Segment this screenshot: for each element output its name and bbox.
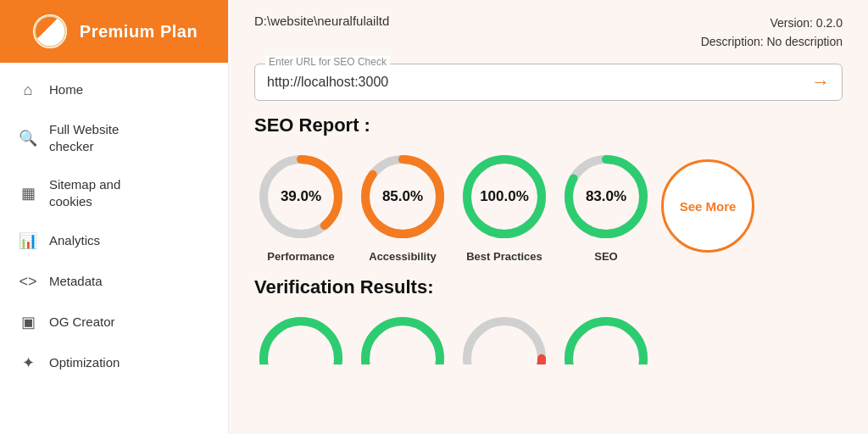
sidebar-item-label-sitemap-cookies: Sitemap and cookies [49,176,120,209]
url-field-label: Enter URL for SEO Check [265,56,390,68]
seo-gauges-row: 39.0%Performance85.0%Accessibility100.0%… [254,150,843,263]
url-submit-button[interactable]: → [811,71,830,93]
svg-point-9 [264,321,338,364]
file-path: D:\website\neuralfulailtd [254,14,389,28]
url-input[interactable] [255,64,842,100]
donut-accessibility: 85.0% [356,150,449,243]
sidebar-item-full-website-checker[interactable]: 🔍Full Website checker [0,110,228,165]
sidebar-item-metadata[interactable]: <>Metadata [0,261,228,302]
url-field-wrapper: Enter URL for SEO Check → [254,64,843,101]
gauge-best-practices: 100.0%Best Practices [458,150,551,263]
version-info: Version: 0.2.0 Description: No descripti… [701,14,843,52]
optimization-icon: ✦ [19,353,37,372]
donut-seo: 83.0% [559,150,653,243]
sidebar-item-label-home: Home [49,81,83,98]
svg-point-12 [467,321,542,364]
sidebar-header: Premium Plan [0,0,228,63]
sidebar-item-home[interactable]: ⌂Home [0,70,228,110]
full-website-checker-icon: 🔍 [19,129,37,147]
sidebar-item-label-full-website-checker: Full Website checker [49,121,119,154]
verification-title: Verification Results: [254,276,843,298]
verif-gauge-1 [356,312,449,364]
plan-label: Premium Plan [80,22,198,42]
donut-value-accessibility: 85.0% [382,188,423,205]
svg-point-15 [569,321,643,364]
sidebar-item-analytics[interactable]: 📊Analytics [0,220,228,261]
gauge-label-accessibility: Accessibility [369,250,437,263]
main-content: D:\website\neuralfulailtd Version: 0.2.0… [229,0,868,434]
see-more-button[interactable]: See More [661,159,754,253]
sidebar-nav: ⌂Home🔍Full Website checker▦Sitemap and c… [0,63,228,434]
verif-gauge-2 [458,312,551,364]
og-creator-icon: ▣ [19,313,37,331]
donut-best-practices: 100.0% [458,150,551,243]
metadata-icon: <> [19,272,37,291]
sitemap-cookies-icon: ▦ [19,184,37,203]
sidebar-item-og-creator[interactable]: ▣OG Creator [0,302,228,342]
analytics-icon: 📊 [19,231,37,250]
url-section: Enter URL for SEO Check → [229,60,868,114]
donut-value-seo: 83.0% [586,188,626,205]
verif-gauge-0 [254,312,348,364]
sidebar-item-label-analytics: Analytics [49,232,100,249]
donut-value-performance: 39.0% [281,188,321,205]
logo [31,12,70,51]
sidebar-item-sitemap-cookies[interactable]: ▦Sitemap and cookies [0,165,228,220]
gauge-performance: 39.0%Performance [254,150,348,263]
sidebar-item-optimization[interactable]: ✦Optimization [0,342,228,383]
gauge-accessibility: 85.0%Accessibility [356,150,449,263]
sidebar-item-label-og-creator: OG Creator [49,314,115,331]
version-text: Version: 0.2.0 [701,14,843,32]
verif-gauge-3 [559,312,653,364]
sidebar-item-label-optimization: Optimization [49,354,120,371]
description-text: Description: No description [701,32,843,51]
donut-performance: 39.0% [254,150,348,243]
home-icon: ⌂ [19,81,37,99]
gauge-seo: 83.0%SEO [559,150,653,263]
top-bar: D:\website\neuralfulailtd Version: 0.2.0… [229,0,868,60]
donut-value-best-practices: 100.0% [480,188,529,205]
verification-gauges-row [254,312,843,364]
gauge-label-seo: SEO [594,250,617,263]
seo-report-section: SEO Report : 39.0%Performance85.0%Access… [229,114,868,276]
svg-point-11 [365,321,440,364]
verification-section: Verification Results: [229,276,868,378]
seo-report-title: SEO Report : [254,114,843,136]
sidebar: Premium Plan ⌂Home🔍Full Website checker▦… [0,0,229,434]
sidebar-item-label-metadata: Metadata [49,273,103,290]
gauge-label-performance: Performance [267,250,334,263]
gauge-label-best-practices: Best Practices [466,250,542,263]
